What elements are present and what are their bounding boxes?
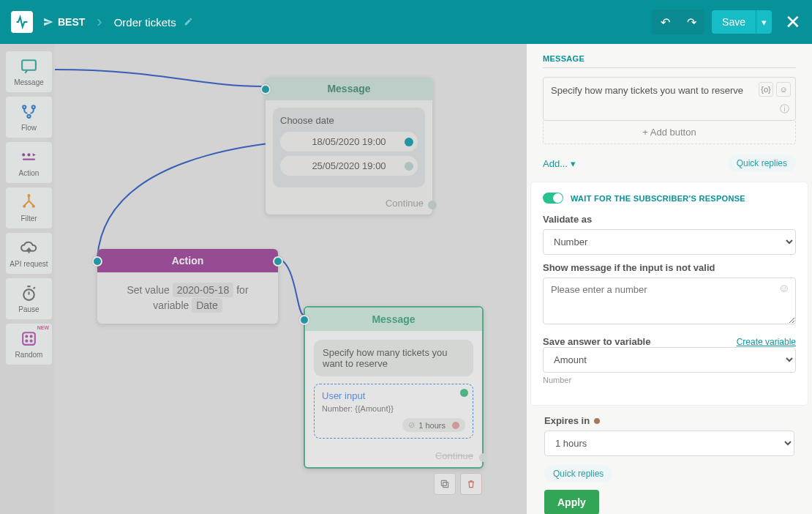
tool-api[interactable]: API request	[6, 233, 52, 274]
quick-replies-button-2[interactable]: Quick replies	[544, 465, 612, 483]
date-option-2[interactable]: 25/05/2020 19:00	[280, 156, 418, 176]
insert-variable-button[interactable]: {o}	[759, 82, 773, 97]
wait-label: WAIT FOR THE SUBSCRIBER'S RESPONSE	[571, 194, 745, 203]
save-dropdown[interactable]: ▾	[756, 10, 772, 34]
message-icon	[20, 57, 38, 75]
svg-point-3	[27, 115, 30, 118]
tool-pause[interactable]: Pause	[6, 278, 52, 319]
add-button-box[interactable]: + Add button	[543, 121, 796, 144]
apply-button[interactable]: Apply	[544, 490, 599, 514]
choose-label: Choose date	[280, 115, 418, 126]
stopwatch-icon	[20, 284, 38, 302]
tool-action[interactable]: Action	[6, 142, 52, 183]
save-var-select[interactable]: Amount	[543, 347, 796, 373]
info-icon[interactable]: ⓘ	[780, 103, 789, 116]
invalid-msg-input[interactable]	[543, 278, 796, 324]
continue-row-disabled: Continue	[305, 447, 482, 467]
new-badge: NEW	[37, 325, 49, 330]
action-value: 2020-05-18	[173, 283, 234, 297]
output-port[interactable]	[405, 138, 413, 146]
undo-button[interactable]: ↶	[652, 10, 678, 34]
tool-label: Flow	[21, 124, 37, 132]
user-input-block[interactable]: User input Number: {{Amount}} ⊘ 1 hours	[314, 384, 473, 439]
output-port-valid[interactable]	[460, 389, 468, 397]
flow-canvas[interactable]: Message Choose date 18/05/2020 19:00 25/…	[55, 44, 527, 514]
action-icon	[20, 148, 38, 166]
bot-name[interactable]: BEST	[43, 16, 85, 28]
header-actions: ↶ ↷ Save ▾ ✕	[652, 10, 801, 34]
message-text-box[interactable]: Specify how many tickets you want to res…	[543, 77, 796, 121]
tool-label: API request	[10, 260, 48, 268]
output-port[interactable]	[428, 201, 437, 209]
expires-text: 1 hours	[418, 421, 446, 430]
below-card: Expires in 1 hours Quick replies Apply	[543, 405, 796, 514]
emoji-button[interactable]: ☺	[776, 82, 791, 97]
quick-replies-button[interactable]: Quick replies	[728, 154, 796, 172]
svg-point-7	[28, 195, 29, 196]
app-logo[interactable]	[11, 11, 33, 33]
save-var-label: Save answer to variable	[543, 336, 650, 347]
tool-flow[interactable]: Flow	[6, 97, 52, 138]
invalid-msg-wrap: ☺	[543, 278, 796, 327]
wait-response-card: WAIT FOR THE SUBSCRIBER'S RESPONSE Valid…	[531, 182, 808, 405]
input-port[interactable]	[299, 315, 309, 325]
expires-dot-icon	[594, 418, 600, 424]
input-port[interactable]	[92, 256, 102, 267]
delete-button[interactable]	[460, 473, 482, 495]
output-port-expired[interactable]	[452, 422, 459, 429]
svg-point-13	[31, 335, 32, 337]
tool-message[interactable]: Message	[6, 51, 52, 92]
node-action-set-value[interactable]: Action Set value 2020-05-18 for variable…	[97, 249, 278, 324]
emoji-icon[interactable]: ☺	[778, 282, 790, 295]
user-input-expires: ⊘ 1 hours	[322, 417, 465, 432]
svg-rect-6	[23, 159, 35, 160]
save-button[interactable]: Save	[712, 10, 756, 34]
qr-row: Quick replies	[544, 466, 794, 480]
pulse-icon	[15, 15, 29, 29]
node-title: Message	[266, 77, 432, 100]
output-port	[479, 453, 488, 462]
wait-toggle-row: WAIT FOR THE SUBSCRIBER'S RESPONSE	[543, 193, 796, 204]
node-message-choose-date[interactable]: Message Choose date 18/05/2020 19:00 25/…	[266, 77, 432, 215]
wait-toggle[interactable]	[543, 193, 563, 204]
input-port[interactable]	[260, 84, 271, 94]
expires-select[interactable]: 1 hours	[544, 431, 794, 456]
trash-icon	[466, 479, 476, 489]
add-dropdown[interactable]: Add... ▾	[543, 158, 576, 169]
block-icon: ⊘	[408, 420, 415, 430]
flow-title[interactable]: Order tickets	[114, 16, 193, 29]
flow-title-label: Order tickets	[114, 16, 176, 29]
output-port[interactable]	[405, 162, 413, 171]
send-icon	[43, 17, 53, 27]
svg-rect-16	[443, 483, 448, 488]
pencil-icon[interactable]	[184, 16, 193, 29]
date-option-2-label: 25/05/2020 19:00	[312, 160, 386, 171]
validate-label: Validate as	[543, 214, 796, 225]
choose-box: Choose date 18/05/2020 19:00 25/05/2020 …	[273, 108, 425, 187]
svg-point-2	[32, 105, 35, 108]
svg-point-9	[33, 206, 34, 207]
svg-point-1	[23, 105, 26, 108]
date-option-1[interactable]: 18/05/2020 19:00	[280, 132, 418, 152]
date-option-1-label: 18/05/2020 19:00	[312, 136, 386, 147]
divider	[543, 67, 796, 68]
redo-button[interactable]: ↷	[678, 10, 704, 34]
breadcrumb-sep: ›	[95, 12, 103, 31]
node-message-tickets[interactable]: Message Specify how many tickets you wan…	[304, 306, 484, 469]
msg-tools: {o} ☺	[759, 82, 791, 97]
create-variable-link[interactable]: Create variable	[737, 337, 796, 347]
add-row: Add... ▾ Quick replies	[543, 154, 796, 172]
tool-filter[interactable]: Filter	[6, 187, 52, 228]
close-icon[interactable]: ✕	[785, 11, 801, 34]
dice-icon	[20, 329, 38, 348]
copy-button[interactable]	[434, 473, 456, 495]
output-port[interactable]	[273, 256, 283, 267]
validate-select[interactable]: Number	[543, 229, 796, 255]
tool-label: Pause	[18, 305, 39, 313]
continue-row[interactable]: Continue	[266, 195, 432, 215]
bot-name-label: BEST	[58, 16, 85, 28]
tool-random[interactable]: NEW Random	[6, 324, 52, 365]
save-var-header: Save answer to variable Create variable	[543, 336, 796, 347]
node-body: Specify how many tickets you want to res…	[305, 331, 482, 447]
prompt-text: Specify how many tickets you want to res…	[314, 340, 473, 376]
